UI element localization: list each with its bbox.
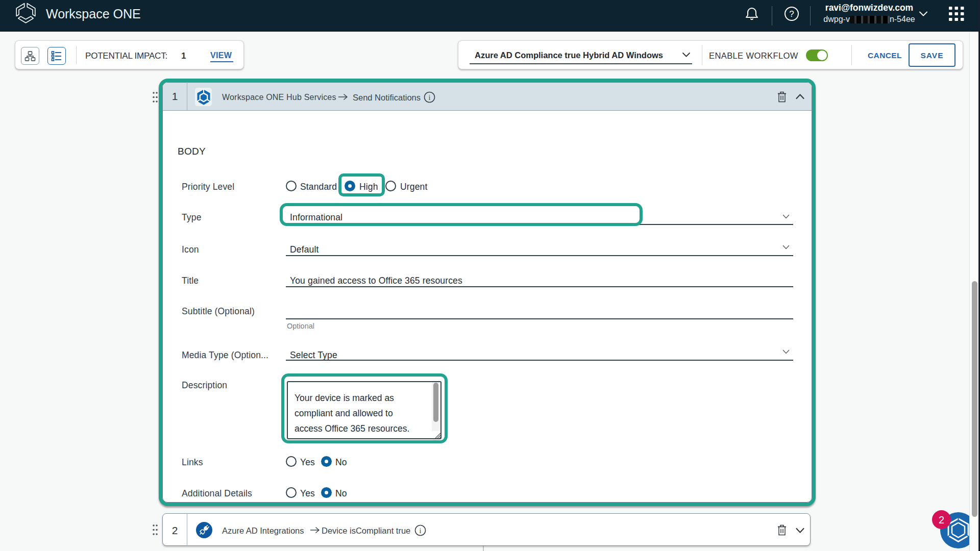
svg-text:i: i bbox=[429, 94, 431, 102]
svg-text:i: i bbox=[420, 527, 422, 535]
svg-text:?: ? bbox=[789, 9, 794, 19]
